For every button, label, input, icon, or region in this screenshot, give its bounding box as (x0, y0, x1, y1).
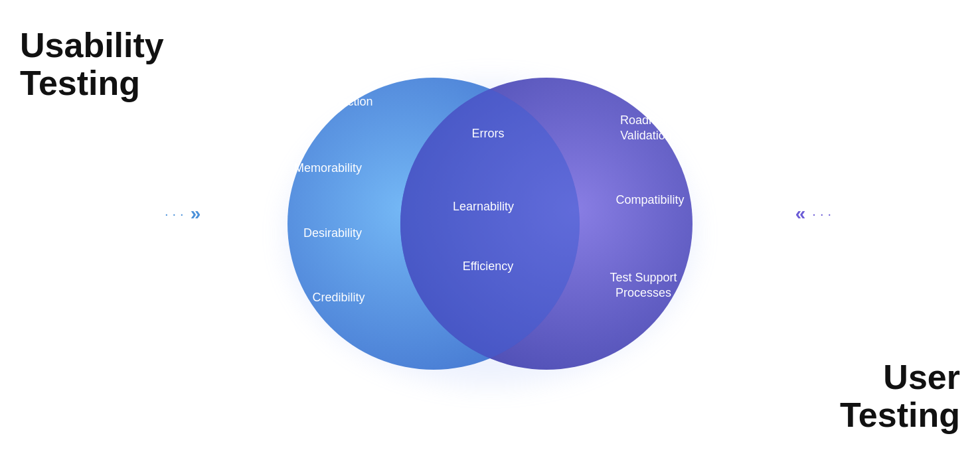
venn-svg (238, 28, 742, 426)
right-arrow-head: « (795, 203, 809, 224)
main-container: Usability Testing ··· » « ··· (0, 0, 980, 454)
right-arrow-dots: ··· (812, 206, 835, 222)
usability-testing-title: Usability Testing (20, 27, 219, 102)
venn-diagram: Satisfaction Memorability Desirability C… (238, 28, 742, 426)
left-arrow-dots: ··· (165, 206, 188, 222)
user-testing-title: User Testing (761, 358, 960, 434)
left-arrow: ··· » (165, 203, 203, 224)
right-arrow: « ··· (795, 203, 835, 224)
left-arrow-head: » (191, 203, 204, 224)
